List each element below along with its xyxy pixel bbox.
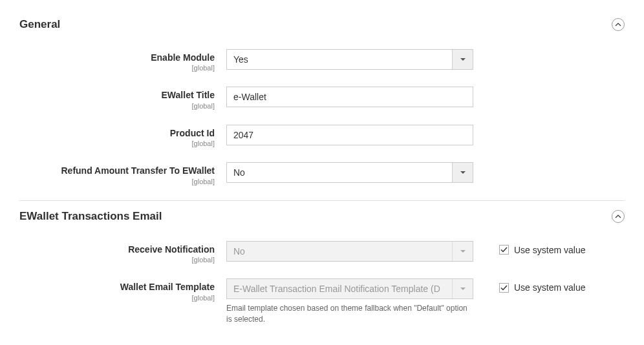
row-refund-transfer: Refund Amount Transfer To EWallet [globa… — [19, 162, 625, 185]
chevron-down-icon — [452, 279, 473, 298]
select-value: Yes — [227, 50, 452, 69]
label-col: EWallet Title [global] — [19, 87, 226, 110]
chevron-up-icon — [615, 211, 621, 222]
wallet-email-template-note: Email template chosen based on theme fal… — [226, 303, 473, 325]
checkbox-box — [499, 283, 509, 293]
section-body-general: Enable Module [global] Yes EWallet Title… — [19, 41, 625, 198]
collapse-toggle-general[interactable] — [612, 18, 625, 31]
chevron-down-icon — [452, 163, 473, 182]
label-col: Wallet Email Template [global] — [19, 278, 226, 302]
field-col: Yes — [226, 49, 473, 70]
chevron-down-icon — [452, 242, 473, 261]
label-ewallet-title: EWallet Title — [19, 89, 215, 101]
check-icon — [500, 246, 508, 253]
use-system-col: Use system value — [473, 241, 585, 255]
row-enable-module: Enable Module [global] Yes — [19, 49, 625, 72]
scope-label: [global] — [19, 101, 215, 110]
scope-label: [global] — [19, 63, 215, 72]
enable-module-select[interactable]: Yes — [226, 49, 473, 70]
chevron-up-icon — [615, 19, 621, 30]
collapse-toggle-transactions-email[interactable] — [612, 210, 625, 223]
label-refund-transfer: Refund Amount Transfer To EWallet — [19, 165, 215, 176]
check-icon — [500, 284, 508, 291]
use-system-label: Use system value — [514, 282, 585, 293]
row-product-id: Product Id [global] — [19, 125, 625, 148]
field-col: No — [226, 162, 473, 183]
label-wallet-email-template: Wallet Email Template — [19, 281, 215, 293]
section-header-transactions-email[interactable]: EWallet Transactions Email — [19, 205, 625, 233]
scope-label: [global] — [19, 139, 215, 148]
row-receive-notification: Receive Notification [global] No Use sys… — [19, 241, 625, 264]
use-system-checkbox-wallet-email-template[interactable]: Use system value — [499, 282, 585, 293]
product-id-input[interactable] — [226, 125, 473, 145]
row-wallet-email-template: Wallet Email Template [global] E-Wallet … — [19, 278, 625, 325]
field-col — [226, 125, 473, 145]
section-title-transactions-email: EWallet Transactions Email — [19, 210, 162, 223]
refund-transfer-select[interactable]: No — [226, 162, 473, 183]
ewallet-title-input[interactable] — [226, 87, 473, 107]
scope-label: [global] — [19, 177, 215, 186]
section-body-transactions-email: Receive Notification [global] No Use sys… — [19, 233, 625, 337]
section-transactions-email: EWallet Transactions Email Receive Notif… — [19, 205, 625, 337]
field-col — [226, 87, 473, 107]
receive-notification-select: No — [226, 241, 473, 262]
select-value: No — [227, 163, 452, 182]
section-header-general[interactable]: General — [19, 13, 625, 41]
select-value: E-Wallet Transaction Email Notification … — [227, 279, 452, 298]
label-col: Receive Notification [global] — [19, 241, 226, 264]
select-value: No — [227, 242, 452, 261]
label-product-id: Product Id — [19, 127, 215, 139]
scope-label: [global] — [19, 293, 215, 302]
field-col: No — [226, 241, 473, 262]
label-col: Product Id [global] — [19, 125, 226, 148]
label-receive-notification: Receive Notification — [19, 244, 215, 255]
checkbox-box — [499, 245, 509, 255]
use-system-label: Use system value — [514, 245, 585, 255]
scope-label: [global] — [19, 255, 215, 264]
wallet-email-template-select: E-Wallet Transaction Email Notification … — [226, 278, 473, 299]
row-ewallet-title: EWallet Title [global] — [19, 87, 625, 110]
section-divider — [19, 200, 625, 201]
chevron-down-icon — [452, 50, 473, 69]
use-system-checkbox-receive-notification[interactable]: Use system value — [499, 245, 585, 255]
section-general: General Enable Module [global] Yes — [19, 13, 625, 198]
label-col: Refund Amount Transfer To EWallet [globa… — [19, 162, 226, 185]
label-enable-module: Enable Module — [19, 52, 215, 63]
field-col: E-Wallet Transaction Email Notification … — [226, 278, 473, 325]
label-col: Enable Module [global] — [19, 49, 226, 72]
use-system-col: Use system value — [473, 278, 585, 293]
section-title-general: General — [19, 18, 60, 31]
